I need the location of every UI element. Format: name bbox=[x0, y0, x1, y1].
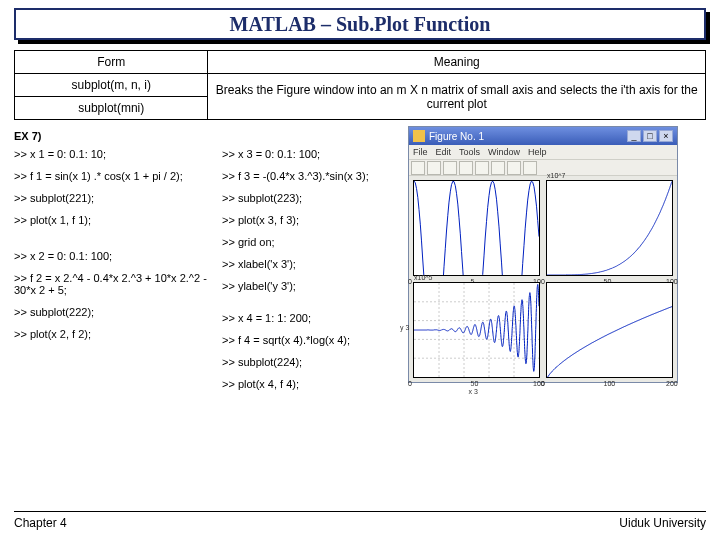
code-line: >> f 3 = -(0.4*x 3.^3).*sin(x 3); bbox=[222, 170, 402, 182]
code-line: >> f 4 = sqrt(x 4).*log(x 4); bbox=[222, 334, 402, 346]
figure-canvas: 0510 050100x10^7 050100x10^5x 3y 3 01002… bbox=[409, 176, 677, 382]
tool-button[interactable] bbox=[475, 161, 489, 175]
code-line: >> plot(x 3, f 3); bbox=[222, 214, 402, 226]
minimize-button[interactable]: _ bbox=[627, 130, 641, 142]
code-line: >> plot(x 1, f 1); bbox=[14, 214, 222, 226]
subplot-223: 050100x10^5x 3y 3 bbox=[413, 282, 540, 378]
footer-right: Uiduk University bbox=[619, 516, 706, 530]
code-line: >> plot(x 4, f 4); bbox=[222, 378, 402, 390]
figure-titlebar[interactable]: Figure No. 1 _ □ × bbox=[409, 127, 677, 145]
menu-edit[interactable]: Edit bbox=[436, 147, 452, 157]
cell-form1: subplot(m, n, i) bbox=[15, 74, 208, 97]
code-line: >> ylabel('y 3'); bbox=[222, 280, 402, 292]
code-line: >> plot(x 2, f 2); bbox=[14, 328, 222, 340]
footer: Chapter 4 Uiduk University bbox=[14, 516, 706, 530]
code-line: >> x 1 = 0: 0.1: 10; bbox=[14, 148, 222, 160]
title-bar: MATLAB – Sub.Plot Function bbox=[14, 8, 706, 40]
code-line: >> f 1 = sin(x 1) .* cos(x 1 + pi / 2); bbox=[14, 170, 222, 182]
tool-button[interactable] bbox=[443, 161, 457, 175]
th-form: Form bbox=[15, 51, 208, 74]
code-line: >> subplot(223); bbox=[222, 192, 402, 204]
code-line: >> f 2 = x 2.^4 - 0.4*x 2.^3 + 10*x 2.^2… bbox=[14, 272, 222, 296]
figure-col: Figure No. 1 _ □ × File Edit Tools Windo… bbox=[402, 126, 706, 400]
th-meaning: Meaning bbox=[208, 51, 706, 74]
subplot-224: 0100200 bbox=[546, 282, 673, 378]
code-line: >> subplot(224); bbox=[222, 356, 402, 368]
code-line: >> subplot(221); bbox=[14, 192, 222, 204]
page-title: MATLAB – Sub.Plot Function bbox=[14, 8, 706, 40]
footer-left: Chapter 4 bbox=[14, 516, 67, 530]
maximize-button[interactable]: □ bbox=[643, 130, 657, 142]
code-line: >> grid on; bbox=[222, 236, 402, 248]
tool-button[interactable] bbox=[459, 161, 473, 175]
menu-help[interactable]: Help bbox=[528, 147, 547, 157]
tool-button[interactable] bbox=[507, 161, 521, 175]
menu-tools[interactable]: Tools bbox=[459, 147, 480, 157]
close-button[interactable]: × bbox=[659, 130, 673, 142]
code-col-mid: >> x 3 = 0: 0.1: 100; >> f 3 = -(0.4*x 3… bbox=[222, 126, 402, 400]
example-label: EX 7) bbox=[14, 130, 222, 142]
figure-menu: File Edit Tools Window Help bbox=[409, 145, 677, 160]
code-col-left: EX 7) >> x 1 = 0: 0.1: 10; >> f 1 = sin(… bbox=[14, 126, 222, 400]
matlab-icon bbox=[413, 130, 425, 142]
subplot-grid: 0510 050100x10^7 050100x10^5x 3y 3 01002… bbox=[413, 180, 673, 378]
menu-file[interactable]: File bbox=[413, 147, 428, 157]
figure-title: Figure No. 1 bbox=[429, 131, 484, 142]
tool-button[interactable] bbox=[427, 161, 441, 175]
tool-button[interactable] bbox=[491, 161, 505, 175]
subplot-222: 050100x10^7 bbox=[546, 180, 673, 276]
code-line: >> x 2 = 0: 0.1: 100; bbox=[14, 250, 222, 262]
figure-toolbar bbox=[409, 160, 677, 176]
tool-button[interactable] bbox=[523, 161, 537, 175]
code-line: >> subplot(222); bbox=[14, 306, 222, 318]
code-line: >> x 4 = 1: 1: 200; bbox=[222, 312, 402, 324]
code-line: >> x 3 = 0: 0.1: 100; bbox=[222, 148, 402, 160]
form-meaning-table: Form Meaning subplot(m, n, i) Breaks the… bbox=[14, 50, 706, 120]
menu-window[interactable]: Window bbox=[488, 147, 520, 157]
cell-form2: subplot(mni) bbox=[15, 97, 208, 120]
figure-window: Figure No. 1 _ □ × File Edit Tools Windo… bbox=[408, 126, 678, 383]
subplot-221: 0510 bbox=[413, 180, 540, 276]
content-row: EX 7) >> x 1 = 0: 0.1: 10; >> f 1 = sin(… bbox=[14, 126, 706, 400]
cell-meaning: Breaks the Figure window into an m X n m… bbox=[208, 74, 706, 120]
tool-button[interactable] bbox=[411, 161, 425, 175]
code-line: >> xlabel('x 3'); bbox=[222, 258, 402, 270]
footer-rule bbox=[14, 511, 706, 512]
